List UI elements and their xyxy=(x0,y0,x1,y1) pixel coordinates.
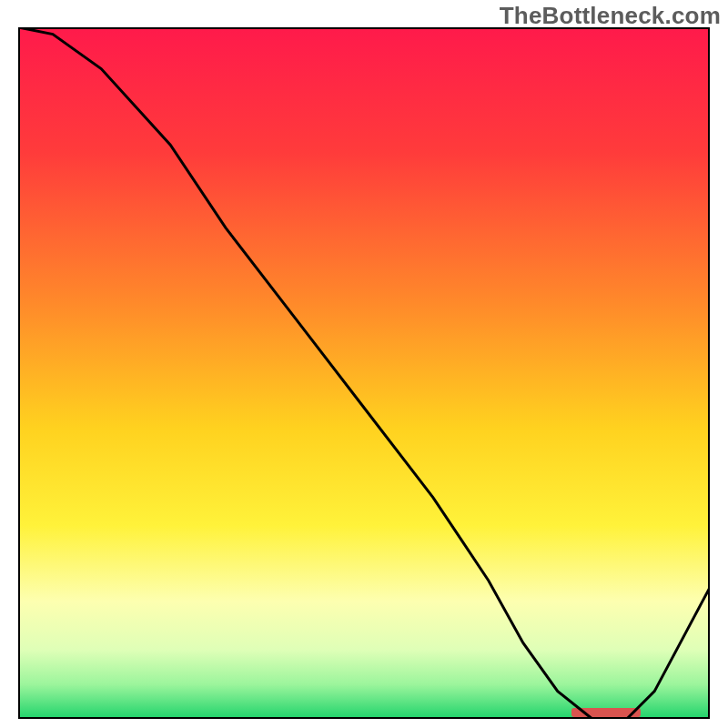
bottleneck-chart xyxy=(18,27,710,719)
chart-container: TheBottleneck.com xyxy=(0,0,728,728)
plot-background xyxy=(18,27,710,719)
watermark-text: TheBottleneck.com xyxy=(500,2,721,30)
